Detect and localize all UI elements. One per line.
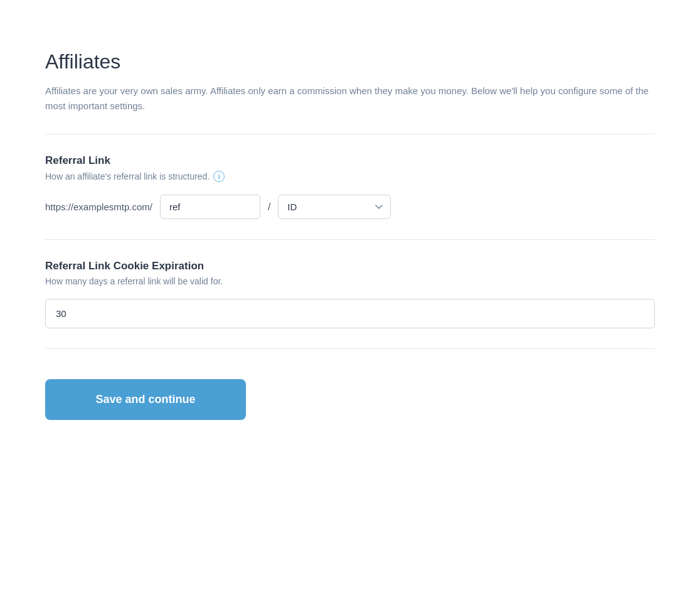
cookie-expiration-title: Referral Link Cookie Expiration [45, 260, 655, 272]
cookie-expiration-description: How many days a referral link will be va… [45, 276, 655, 286]
save-continue-button[interactable]: Save and continue [45, 379, 246, 420]
page-title: Affiliates [45, 50, 655, 73]
info-icon[interactable]: i [213, 171, 225, 182]
referral-link-description-text: How an affiliate's referral link is stru… [45, 171, 209, 181]
id-select[interactable]: IDUsernameEmail [278, 195, 391, 219]
cookie-expiration-section: Referral Link Cookie Expiration How many… [45, 260, 655, 328]
divider-3 [45, 348, 655, 349]
slash-separator: / [268, 202, 270, 213]
referral-link-row: https://examplesmtp.com/ / IDUsernameEma… [45, 195, 655, 219]
referral-link-section: Referral Link How an affiliate's referra… [45, 154, 655, 219]
cookie-expiration-description-text: How many days a referral link will be va… [45, 276, 223, 286]
save-section: Save and continue [45, 369, 655, 420]
referral-link-description-row: How an affiliate's referral link is stru… [45, 171, 655, 182]
ref-input[interactable] [160, 195, 260, 219]
divider-1 [45, 134, 655, 134]
referral-link-base-url: https://examplesmtp.com/ [45, 202, 152, 212]
page-description: Affiliates are your very own sales army.… [45, 83, 655, 114]
page-container: Affiliates Affiliates are your very own … [18, 25, 682, 445]
referral-link-title: Referral Link [45, 154, 655, 167]
divider-2 [45, 239, 655, 240]
cookie-expiration-input[interactable] [45, 299, 655, 328]
